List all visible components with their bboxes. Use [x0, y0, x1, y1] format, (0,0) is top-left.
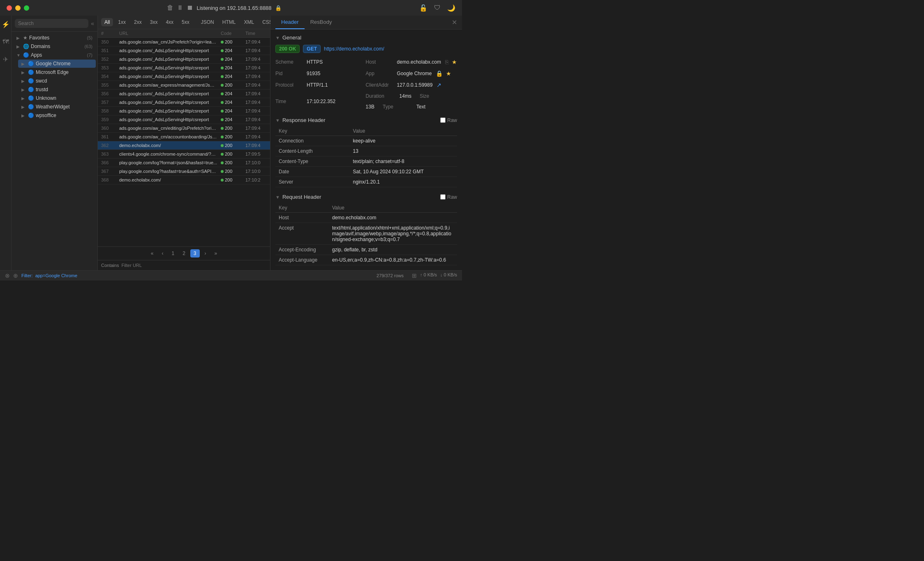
- stop-icon[interactable]: ⏹: [187, 4, 193, 11]
- page-prev-button[interactable]: ‹: [158, 249, 166, 258]
- lock-icon[interactable]: 🔓: [419, 4, 427, 12]
- page-3-button[interactable]: 3: [190, 249, 200, 258]
- filter-2xx-button[interactable]: 2xx: [131, 18, 145, 26]
- copy-icon[interactable]: ⎘: [445, 59, 448, 65]
- table-row[interactable]: 350 ads.google.com/aw_cm/JsPrefetch?orig…: [98, 38, 270, 46]
- page-last-button[interactable]: »: [211, 249, 221, 258]
- fullscreen-button[interactable]: [24, 5, 29, 11]
- sidebar-item-domains[interactable]: ▶ 🌐 Domains (63): [13, 42, 96, 51]
- header-key: Host: [275, 213, 329, 223]
- send-icon[interactable]: ✈: [1, 54, 10, 65]
- map-icon[interactable]: 🗺: [1, 37, 11, 47]
- table-row[interactable]: 368 demo.echolabx.com/ 200 17:10:2: [98, 176, 270, 184]
- sidebar-item-weatherwidget[interactable]: ▶ 🔵 WeatherWidget: [18, 103, 96, 111]
- sidebar-item-wpsoffice[interactable]: ▶ 🔵 wpsoffice: [18, 111, 96, 120]
- col-url-header: URL: [119, 31, 217, 36]
- request-header-title: Request Header: [282, 194, 321, 200]
- table-row[interactable]: 351 ads.google.com/_AdsLpServingHttp/csr…: [98, 46, 270, 55]
- url-filter: Contains: [98, 260, 270, 270]
- sidebar-item-swcd[interactable]: ▶ 🔵 swcd: [18, 77, 96, 85]
- raw-checkbox-input[interactable]: [440, 194, 446, 200]
- trustd-label: trustd: [36, 87, 92, 92]
- moon-icon[interactable]: 🌙: [447, 4, 455, 12]
- tab-header[interactable]: Header: [275, 16, 305, 29]
- star-icon[interactable]: ★: [452, 59, 457, 65]
- pause-icon[interactable]: ⏸: [177, 4, 183, 11]
- table-row: Content-Type text/plain; charset=utf-8: [275, 156, 457, 167]
- table-row[interactable]: 353 ads.google.com/_AdsLpServingHttp/csr…: [98, 64, 270, 72]
- filter-1xx-button[interactable]: 1xx: [115, 18, 129, 26]
- filter-xml-button[interactable]: XML: [240, 18, 257, 26]
- app-value: Google Chrome: [397, 71, 432, 76]
- row-code: 200: [221, 169, 242, 174]
- titlebar-center: 🗑 ⏸ ⏹ Listening on 192.168.1.65:8888 🔒: [167, 4, 281, 11]
- time-value: 17:10:22.352: [307, 99, 335, 104]
- filter-4xx-button[interactable]: 4xx: [162, 18, 177, 26]
- sidebar-item-google-chrome[interactable]: ▶ 🔵 Google Chrome: [18, 60, 96, 68]
- table-row[interactable]: 352 ads.google.com/_AdsLpServingHttp/csr…: [98, 55, 270, 64]
- stop-circle-icon[interactable]: ⊗: [5, 272, 10, 279]
- table-row: Accept-Encoding gzip, deflate, br, zstd: [275, 245, 457, 255]
- table-row[interactable]: 361 ads.google.com/aw_cm/accountonboardi…: [98, 133, 270, 141]
- table-row[interactable]: 363 clients4.google.com/chrome-sync/comm…: [98, 150, 270, 159]
- table-row[interactable]: 356 ads.google.com/_AdsLpServingHttp/csr…: [98, 90, 270, 98]
- sidebar-item-microsoft-edge[interactable]: ▶ 🔵 Microsoft Edge: [18, 68, 96, 76]
- size-value: 13B: [366, 104, 374, 110]
- table-row[interactable]: 366 play.google.com/log?format=json&hasf…: [98, 159, 270, 167]
- security-icon[interactable]: 🛡: [434, 4, 441, 11]
- request-raw-checkbox[interactable]: Raw: [440, 194, 457, 200]
- table-row[interactable]: 354 ads.google.com/_AdsLpServingHttp/csr…: [98, 72, 270, 81]
- close-icon[interactable]: ✕: [452, 18, 457, 26]
- swcd-icon: 🔵: [28, 78, 34, 84]
- row-num: 353: [101, 65, 116, 70]
- time-label: Time: [275, 99, 304, 104]
- response-header-title-row[interactable]: ▼ Response Header: [275, 117, 326, 123]
- table-row[interactable]: 357 ads.google.com/_AdsLpServingHttp/csr…: [98, 98, 270, 107]
- tab-resbody[interactable]: ResBody: [305, 16, 338, 29]
- type-label: Type: [383, 104, 411, 110]
- filter-json-button[interactable]: JSON: [198, 18, 217, 26]
- grid-icon[interactable]: ⊞: [412, 272, 417, 279]
- response-raw-checkbox[interactable]: Raw: [440, 117, 457, 123]
- close-button[interactable]: [7, 5, 12, 11]
- filter-all-button[interactable]: All: [101, 18, 113, 26]
- sidebar-item-trustd[interactable]: ▶ 🔵 trustd: [18, 85, 96, 94]
- row-time: 17:10:0: [245, 169, 267, 174]
- raw-checkbox-input[interactable]: [440, 117, 446, 123]
- add-icon[interactable]: ⊕: [13, 272, 18, 279]
- sidebar-item-favorites[interactable]: ▶ ★ Favorites (5): [13, 34, 96, 42]
- table-row[interactable]: 358 ads.google.com/_AdsLpServingHttp/csr…: [98, 107, 270, 115]
- type-value: Text: [416, 104, 425, 110]
- row-time: 17:09:4: [245, 143, 267, 148]
- trash-icon[interactable]: 🗑: [167, 4, 173, 11]
- send-icon[interactable]: ↗: [437, 82, 441, 88]
- table-row[interactable]: 367 play.google.com/log?hasfast=true&aut…: [98, 167, 270, 176]
- filter-5xx-button[interactable]: 5xx: [178, 18, 193, 26]
- sidebar-item-apps[interactable]: ▼ 🔵 Apps (7): [13, 51, 96, 59]
- star-icon[interactable]: ★: [446, 70, 451, 77]
- row-num: 355: [101, 83, 116, 87]
- minimize-button[interactable]: [15, 5, 21, 11]
- row-url: ads.google.com/_AdsLpServingHttp/csrepor…: [119, 100, 217, 105]
- filter-html-button[interactable]: HTML: [219, 18, 239, 26]
- traffic-icon[interactable]: ⚡: [0, 19, 12, 30]
- table-row[interactable]: 355 ads.google.com/aw_express/management…: [98, 81, 270, 90]
- wpsoffice-icon: 🔵: [28, 113, 34, 118]
- page-first-button[interactable]: «: [148, 249, 157, 258]
- table-row[interactable]: 362 demo.echolabx.com/ 200 17:09:4: [98, 141, 270, 150]
- table-row[interactable]: 359 ads.google.com/_AdsLpServingHttp/csr…: [98, 115, 270, 124]
- filter-3xx-button[interactable]: 3xx: [147, 18, 161, 26]
- header-key: Connection: [275, 136, 350, 146]
- page-1-button[interactable]: 1: [168, 249, 178, 258]
- window-controls[interactable]: [7, 5, 29, 11]
- url-filter-input[interactable]: [121, 263, 267, 268]
- page-next-button[interactable]: ›: [201, 249, 210, 258]
- general-section-header[interactable]: ▼ General: [275, 34, 457, 41]
- key-column-header: Key: [275, 126, 350, 136]
- request-header-title-row[interactable]: ▼ Request Header: [275, 194, 321, 200]
- table-row[interactable]: 360 ads.google.com/aw_cm/editing/JsPrefe…: [98, 124, 270, 133]
- collapse-button[interactable]: «: [91, 20, 94, 27]
- page-2-button[interactable]: 2: [179, 249, 189, 258]
- search-input[interactable]: [15, 19, 88, 28]
- sidebar-item-unknown[interactable]: ▶ 🔵 Unknown: [18, 94, 96, 102]
